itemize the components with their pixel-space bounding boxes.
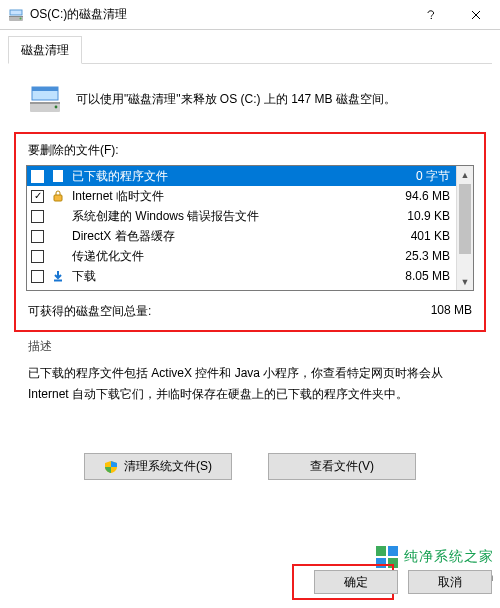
- intro-row: 可以使用"磁盘清理"来释放 OS (C:) 上的 147 MB 磁盘空间。: [0, 64, 500, 130]
- svg-rect-3: [10, 10, 22, 15]
- file-row-size: 8.05 MB: [380, 269, 450, 283]
- file-row[interactable]: 传递优化文件25.3 MB: [27, 246, 456, 266]
- clean-system-files-button[interactable]: 清理系统文件(S): [84, 453, 232, 480]
- file-row[interactable]: 下载8.05 MB: [27, 266, 456, 286]
- scroll-thumb[interactable]: [459, 184, 471, 254]
- ok-button-label: 确定: [344, 574, 368, 591]
- svg-rect-9: [32, 87, 58, 91]
- download-icon: [50, 268, 66, 284]
- svg-rect-14: [54, 195, 62, 201]
- file-row-label: 系统创建的 Windows 错误报告文件: [72, 208, 374, 225]
- page-icon: [50, 168, 66, 184]
- clean-system-files-label: 清理系统文件(S): [124, 458, 212, 475]
- file-row-size: 25.3 MB: [380, 249, 450, 263]
- scrollbar[interactable]: ▲ ▼: [456, 166, 473, 290]
- svg-point-7: [55, 106, 58, 109]
- svg-point-2: [20, 17, 22, 19]
- watermark-text: 纯净系统之家: [404, 548, 494, 566]
- shield-icon: [104, 460, 118, 474]
- file-row-checkbox[interactable]: [31, 250, 44, 263]
- view-files-button[interactable]: 查看文件(V): [268, 453, 416, 480]
- file-row-size: 401 KB: [380, 229, 450, 243]
- svg-rect-1: [9, 16, 23, 17]
- description-text: 已下载的程序文件包括 ActiveX 控件和 Java 小程序，你查看特定网页时…: [28, 363, 472, 405]
- file-row-checkbox[interactable]: [31, 190, 44, 203]
- file-row-label: 传递优化文件: [72, 248, 374, 265]
- file-row-checkbox[interactable]: [31, 170, 44, 183]
- file-row-size: 0 字节: [380, 168, 450, 185]
- scroll-up-icon[interactable]: ▲: [457, 166, 473, 183]
- dialog-button-row: 确定 取消: [314, 570, 492, 594]
- scroll-down-icon[interactable]: ▼: [457, 273, 473, 290]
- file-row-label: 下载: [72, 268, 374, 285]
- help-button[interactable]: [408, 0, 453, 29]
- blank-icon: [50, 208, 66, 224]
- file-row-size: 94.6 MB: [380, 189, 450, 203]
- file-list: 已下载的程序文件0 字节Internet 临时文件94.6 MB系统创建的 Wi…: [26, 165, 474, 291]
- view-files-label: 查看文件(V): [310, 458, 374, 475]
- file-row-label: 已下载的程序文件: [72, 168, 374, 185]
- svg-point-4: [430, 17, 431, 18]
- total-row: 可获得的磁盘空间总量: 108 MB: [26, 291, 474, 320]
- drive-icon: [28, 82, 62, 116]
- ok-button[interactable]: 确定: [314, 570, 398, 594]
- file-row[interactable]: DirectX 着色器缓存401 KB: [27, 226, 456, 246]
- lock-icon: [50, 188, 66, 204]
- files-group-highlight: 要删除的文件(F): 已下载的程序文件0 字节Internet 临时文件94.6…: [14, 132, 486, 332]
- watermark-logo-icon: [376, 546, 398, 568]
- file-row-checkbox[interactable]: [31, 210, 44, 223]
- file-row[interactable]: 系统创建的 Windows 错误报告文件10.9 KB: [27, 206, 456, 226]
- description-heading: 描述: [28, 338, 472, 355]
- file-row-size: 10.9 KB: [380, 209, 450, 223]
- app-icon: [8, 7, 24, 23]
- secondary-button-row: 清理系统文件(S) 查看文件(V): [0, 453, 500, 480]
- file-row[interactable]: 已下载的程序文件0 字节: [27, 166, 456, 186]
- cancel-button-label: 取消: [438, 574, 462, 591]
- window-title: OS(C:)的磁盘清理: [30, 6, 408, 23]
- title-bar: OS(C:)的磁盘清理: [0, 0, 500, 30]
- file-row-checkbox[interactable]: [31, 270, 44, 283]
- blank-icon: [50, 248, 66, 264]
- blank-icon: [50, 228, 66, 244]
- cancel-button[interactable]: 取消: [408, 570, 492, 594]
- watermark: 纯净系统之家: [376, 546, 494, 568]
- svg-rect-6: [30, 102, 60, 104]
- file-row-checkbox[interactable]: [31, 230, 44, 243]
- close-button[interactable]: [453, 0, 498, 29]
- total-value: 108 MB: [431, 303, 472, 320]
- files-group-label: 要删除的文件(F):: [28, 142, 474, 159]
- file-row[interactable]: Internet 临时文件94.6 MB: [27, 186, 456, 206]
- tab-disk-cleanup[interactable]: 磁盘清理: [8, 36, 82, 64]
- file-row-label: DirectX 着色器缓存: [72, 228, 374, 245]
- file-row-label: Internet 临时文件: [72, 188, 374, 205]
- intro-text: 可以使用"磁盘清理"来释放 OS (C:) 上的 147 MB 磁盘空间。: [76, 90, 396, 108]
- tab-strip: 磁盘清理: [8, 36, 492, 64]
- total-label: 可获得的磁盘空间总量:: [28, 303, 151, 320]
